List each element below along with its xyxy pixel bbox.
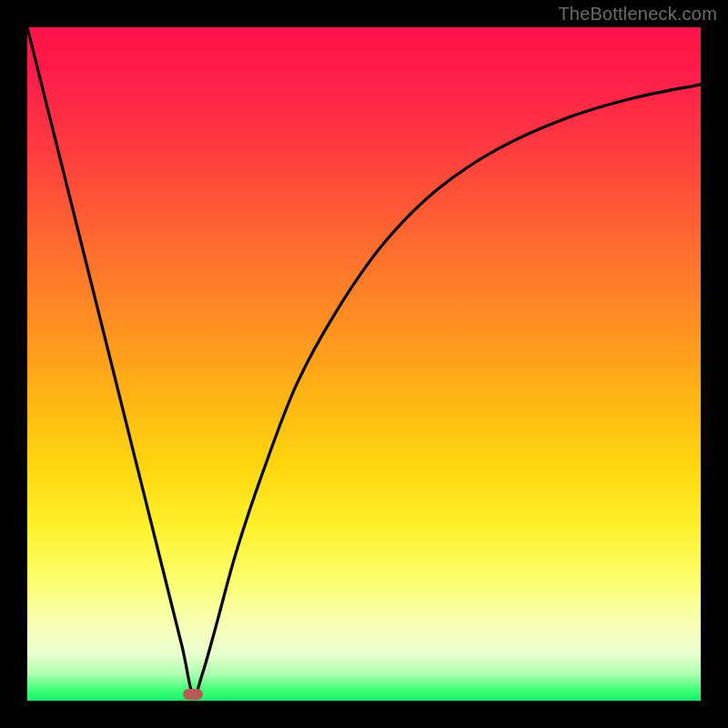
plot-area xyxy=(27,27,701,701)
bottleneck-curve-path xyxy=(27,27,701,695)
watermark-text: TheBottleneck.com xyxy=(558,4,717,25)
minimum-marker xyxy=(183,689,203,700)
curve-svg xyxy=(27,27,701,701)
chart-frame: TheBottleneck.com xyxy=(0,0,728,728)
